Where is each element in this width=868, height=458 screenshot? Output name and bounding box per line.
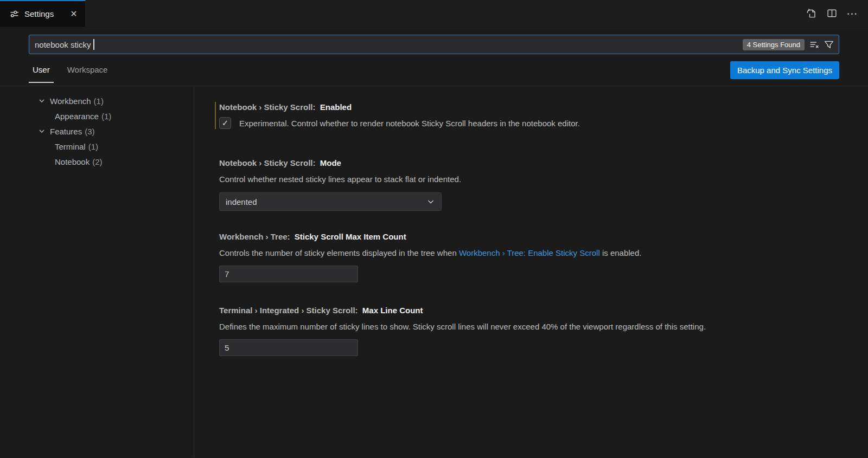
settings-count-badge: 4 Settings Found <box>743 39 805 50</box>
toc-item-label: Appearance <box>55 112 99 121</box>
setting-title: Terminal › Integrated › Sticky Scroll: M… <box>219 305 846 315</box>
toc-item-count: (2) <box>92 157 102 166</box>
toc-item-terminal[interactable]: Terminal (1) <box>0 139 194 154</box>
setting-category: Notebook › Sticky Scroll: <box>219 102 316 112</box>
setting-description: Control whether nested sticky lines appe… <box>219 174 846 184</box>
toc-item-label: Workbench <box>50 96 91 106</box>
scope-tab-user[interactable]: User <box>29 57 54 83</box>
settings-body: Workbench (1) Appearance (1) Features (3… <box>0 86 868 457</box>
tab-label: Settings <box>24 9 54 18</box>
setting-item-notebook-sticky-scroll-mode: Notebook › Sticky Scroll: Mode Control w… <box>213 158 846 211</box>
setting-item-notebook-sticky-scroll-enabled: Notebook › Sticky Scroll: Enabled ✓ Expe… <box>213 102 846 129</box>
toc-item-workbench[interactable]: Workbench (1) <box>0 93 194 108</box>
toc-item-features[interactable]: Features (3) <box>0 124 194 139</box>
select-value: indented <box>226 197 257 207</box>
setting-description: Defines the maximum number of sticky lin… <box>219 321 846 332</box>
text-caret <box>93 39 94 50</box>
clear-search-icon[interactable] <box>809 40 819 49</box>
setting-description: Experimental. Control whether to render … <box>239 118 580 128</box>
more-actions-icon[interactable]: ⋯ <box>844 5 860 22</box>
open-settings-json-icon[interactable] <box>803 5 819 22</box>
toc-item-count: (1) <box>94 96 104 106</box>
setting-description: Controls the number of sticky elements d… <box>219 248 846 258</box>
split-editor-icon[interactable] <box>824 5 840 22</box>
setting-item-terminal-sticky-scroll-max-line-count: Terminal › Integrated › Sticky Scroll: M… <box>213 305 846 356</box>
setting-title: Notebook › Sticky Scroll: Enabled <box>219 102 846 112</box>
setting-title: Notebook › Sticky Scroll: Mode <box>219 158 846 168</box>
toc-item-label: Terminal <box>55 142 86 151</box>
scope-tabs: User Workspace Backup and Sync Settings <box>29 54 839 86</box>
setting-name: Sticky Scroll Max Item Count <box>295 232 406 241</box>
setting-link[interactable]: Workbench › Tree: Enable Sticky Scroll <box>459 248 600 257</box>
settings-sliders-icon <box>10 9 19 18</box>
setting-category: Workbench › Tree: <box>219 232 290 241</box>
setting-select-dropdown[interactable]: indented <box>219 192 442 211</box>
chevron-down-icon <box>426 197 435 206</box>
backup-sync-settings-button[interactable]: Backup and Sync Settings <box>730 61 839 79</box>
scope-tab-workspace[interactable]: Workspace <box>63 57 112 83</box>
chevron-down-icon <box>38 97 50 105</box>
setting-name: Mode <box>320 158 341 167</box>
setting-name: Max Line Count <box>362 306 423 315</box>
setting-checkbox[interactable]: ✓ <box>219 117 231 129</box>
setting-title: Workbench › Tree: Sticky Scroll Max Item… <box>219 231 846 242</box>
tab-close-icon[interactable]: ✕ <box>68 8 80 20</box>
editor-tab-strip: Settings ✕ ⋯ <box>0 0 868 27</box>
settings-search-input[interactable]: notebook sticky 4 Settings Found <box>29 35 839 54</box>
settings-header: notebook sticky 4 Settings Found User Wo… <box>0 27 868 86</box>
toc-item-count: (1) <box>88 142 98 151</box>
chevron-down-icon <box>38 127 50 135</box>
toc-item-label: Features <box>50 127 82 136</box>
setting-item-tree-sticky-scroll-max-item-count: Workbench › Tree: Sticky Scroll Max Item… <box>213 231 846 282</box>
setting-category: Terminal › Integrated › Sticky Scroll: <box>219 306 358 315</box>
setting-name: Enabled <box>320 102 352 112</box>
settings-tab[interactable]: Settings ✕ <box>0 0 86 27</box>
filter-icon[interactable] <box>824 40 834 49</box>
setting-number-input[interactable] <box>219 339 358 356</box>
editor-actions: ⋯ <box>803 0 868 27</box>
settings-list: Notebook › Sticky Scroll: Enabled ✓ Expe… <box>194 86 868 457</box>
checkmark-icon: ✓ <box>222 118 229 128</box>
toc-item-notebook[interactable]: Notebook (2) <box>0 154 194 169</box>
toc-item-label: Notebook <box>55 157 90 166</box>
search-query-text: notebook sticky <box>35 40 91 49</box>
toc-item-count: (3) <box>85 127 94 136</box>
settings-toc: Workbench (1) Appearance (1) Features (3… <box>0 86 194 457</box>
setting-number-input[interactable] <box>219 266 358 282</box>
toc-item-count: (1) <box>101 112 111 121</box>
toc-item-appearance[interactable]: Appearance (1) <box>0 108 194 124</box>
setting-category: Notebook › Sticky Scroll: <box>219 158 316 167</box>
